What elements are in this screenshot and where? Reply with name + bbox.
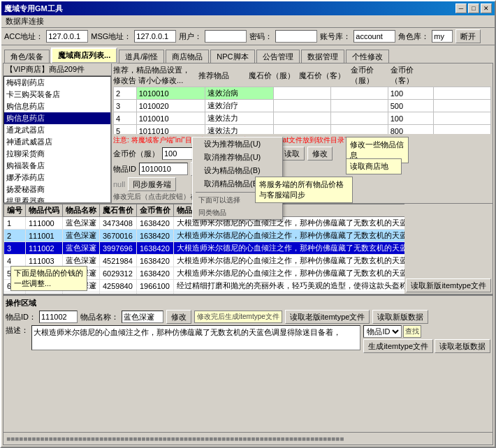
item-id-label: 物品ID [113,164,136,174]
gold-label: 金币价（服） [113,149,159,159]
tab-notice[interactable]: 公告管理 [256,50,300,64]
rec-item-col: 推荐物品 [198,70,247,81]
price-note: 下面是物品的价钱的一些调整... [10,266,87,291]
list-item[interactable]: 卡三购买装备店 [4,89,110,100]
shop-list[interactable]: 梅碍剧药店 卡三购买装备店 购信息药店 购信息药店 通龙武器店 神通武威器店 拉… [3,76,111,203]
pwd-input[interactable] [275,30,317,43]
col-name: 物品名称 [63,204,100,217]
tab-shop-item[interactable]: 商店物品 [166,50,209,64]
maximize-button[interactable]: □ [468,3,479,13]
list-item[interactable]: 购信息药店 [4,100,110,112]
list-item[interactable]: 购信息药店 [4,112,110,124]
context-set-premium[interactable]: 设为精品物品(B) [193,164,282,177]
col-code: 物品代码 [26,204,63,217]
status-bar: ■■■■■■■■■■■■■■■■■■■■■■■■■■■■■■■■■■■■■■■■… [3,432,493,445]
desc-area: 描述： 大根造师米尔德尼的心血倾注之作，那种仿佛蕴藏了无数玄机的天蓝色调显得除迷… [6,325,490,353]
main-window: 魔域专用GM工具 ─ □ ✕ 数据库连接 ACC地址： MSG地址： 用户： 密… [0,0,496,448]
minimize-button[interactable]: ─ [455,3,467,13]
toolbar: ACC地址： MSG地址： 用户： 密码： 账号库： 角色库： 断开 [1,28,495,45]
operation-area: 操作区域 物品ID： 物品名称： 修改 修改完后生成itemtype文件 读取老… [3,294,493,355]
list-item[interactable]: 梅碍剧药店 [4,77,110,89]
context-note2: 同类物品 [193,207,282,219]
msg-input[interactable] [134,30,176,43]
tab-npc-script[interactable]: NPC脚本 [210,50,254,64]
table-row[interactable]: 7111003蓝色深邃45219841966100经过精细打磨和抛光的亮丽外表，… [4,292,405,294]
recommend-label: 推荐，精品物品设置，修改告 请小心修改... [113,65,197,86]
context-set-recommend[interactable]: 设为推荐物品(U) [193,137,282,151]
list-item[interactable]: 神通武威器店 [4,136,110,148]
desc-field[interactable]: 大根造师米尔德尼的心血倾注之作，那种仿佛蕴藏了无数玄机的天蓝色调显得除迷目备着， [31,325,360,350]
db-input[interactable] [353,30,395,43]
window-title: 魔域专用GM工具 [4,3,63,14]
op-row-1: 物品ID： 物品名称： 修改 修改完后生成itemtype文件 读取老版item… [6,310,490,324]
jb-server-col: 金币价（服） [351,65,389,86]
table-row[interactable]: 2 1010010 速效治病 100 [114,87,491,100]
item-name-field[interactable] [122,311,163,323]
sync-server-button[interactable]: 同步服务端 [128,177,176,191]
gen-file-button[interactable]: 生成itemtype文件 [363,339,433,353]
item-id-dropdown[interactable]: 物品ID [363,325,402,338]
list-item[interactable]: 拉聊采货商 [4,148,110,160]
tab-shop-list[interactable]: 魔域商店列表... [51,47,117,64]
table-row[interactable]: 2111001蓝色深邃36700161638420大根造师米尔德尼的心血倾注之作… [4,230,405,242]
msg-label: MSG地址： [91,31,131,42]
list-item[interactable]: 购福装备店 [4,160,110,172]
context-cancel-recommend[interactable]: 取消推荐物品(U) [193,151,282,164]
read-new-itemtype-button[interactable]: 读取新版itemtype文件 [406,278,491,292]
role-input[interactable] [432,30,453,43]
bottom-section: 编号 物品代码 物品名称 魔石售价 金币售价 物品描述 1111000蓝色深邃3… [3,203,493,432]
col-no: 编号 [4,204,26,217]
connect-button[interactable]: 断开 [455,29,481,43]
read-new-data-button[interactable]: 读取新版数据 [372,310,428,324]
context-cancel-premium[interactable]: 取消精品物品(B) [193,177,282,191]
gen-item-note: 修改完后生成itemtype文件 [194,311,282,323]
shop-list-header: 【VIP商店】商品209件 [3,64,111,76]
acc-input[interactable] [46,30,88,43]
menu-item-db[interactable]: 数据库连接 [3,17,47,25]
table-row[interactable]: 41010010速效法力 100 [114,112,491,125]
item-id-field[interactable] [39,311,78,323]
op-modify-button[interactable]: 修改 [166,310,191,324]
table-row[interactable]: 4111003蓝色深邃45219841638420大根造师米尔德尼的心血倾注之作… [4,255,405,267]
table-row[interactable]: 3111002蓝色深邃39976961638420大根造师米尔德尼的心血倾注之作… [4,242,405,255]
list-item[interactable]: 通龙武器店 [4,124,110,136]
col-ms-price: 魔石售价 [100,204,137,217]
null-text: null [113,180,125,188]
status-text: ■■■■■■■■■■■■■■■■■■■■■■■■■■■■■■■■■■■■■■■■… [6,435,344,442]
ms-server-col: 魔石价（服） [249,70,298,81]
user-label: 用户： [179,31,202,42]
close-button[interactable]: ✕ [481,3,492,13]
tab-role[interactable]: 角色/装备 [4,50,50,64]
name-label: 物品名称： [80,312,119,322]
title-bar: 魔域专用GM工具 ─ □ ✕ [1,1,495,15]
desc-label: 描述： [6,325,29,336]
operation-header: 操作区域 [6,298,490,308]
left-panel: 【VIP商店】商品209件 梅碍剧药店 卡三购买装备店 购信息药店 购信息药店 … [3,64,112,203]
main-content: 【VIP商店】商品209件 梅碍剧药店 卡三购买装备店 购信息药店 购信息药店 … [3,63,493,445]
search-note: 查找 [403,325,421,338]
acc-label: ACC地址： [4,31,43,42]
tab-npc[interactable]: 道具/刷怪 [119,50,164,64]
list-item[interactable]: 提里看器商 [4,195,110,203]
read-button[interactable]: 读取 [279,147,305,160]
gold-form-row: 金币价（服） 魔石价（服） 读取 修改 [113,147,491,160]
table-row[interactable]: 31010020速效治疗 500 [114,100,491,112]
tab-personal[interactable]: 个性修改 [346,50,389,64]
read-old-data-button[interactable]: 读取老版数据 [435,339,490,353]
menu-bar: 数据库连接 [1,15,495,28]
context-note: 下面可以选择 [193,194,282,207]
title-bar-buttons: ─ □ ✕ [455,3,492,13]
read-new-area: 读取新版itemtype文件 [404,204,493,294]
item-form-row: 物品ID 添加 删除 [113,162,491,176]
user-input[interactable] [205,30,247,43]
id-label: 物品ID： [6,312,36,322]
ms-client-col: 魔石价（客） [299,70,348,81]
list-item[interactable]: 扬爱秘器商 [4,184,110,195]
tab-data[interactable]: 数据管理 [301,50,344,64]
modify-button[interactable]: 修改 [307,147,333,160]
list-item[interactable]: 娜矛添药店 [4,172,110,184]
item-id-input[interactable] [139,163,188,175]
table-row[interactable]: 51011010速效法力 800 [114,125,491,135]
read-old-itemtype-button[interactable]: 读取老版itemtype文件 [285,310,370,324]
right-panel: 推荐，精品物品设置，修改告 请小心修改... 推荐物品 魔石价（服） 魔石价（客… [112,64,493,203]
